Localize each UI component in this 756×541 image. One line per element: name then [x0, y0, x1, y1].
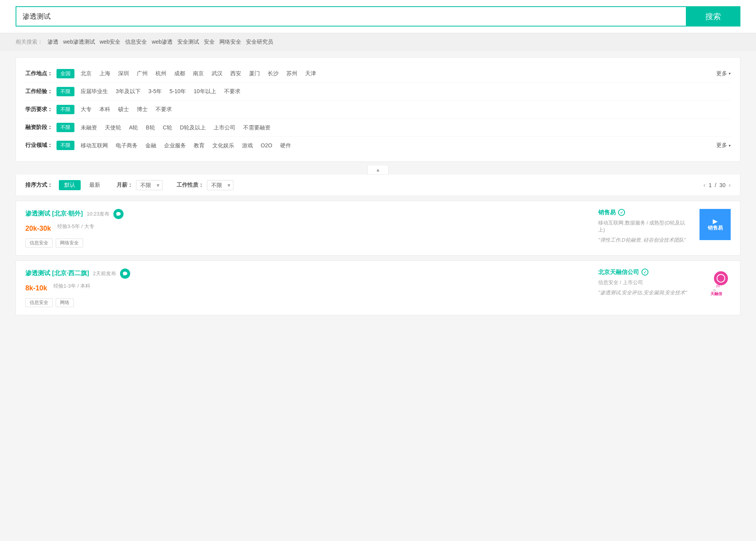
job-meta-1: 经验1-3年 / 本科: [53, 283, 90, 290]
job-meta-0: 经验3-5年 / 大专: [57, 223, 94, 230]
company-name-1[interactable]: 北京天融信公司 ✓: [598, 269, 692, 276]
related-link-4[interactable]: web渗透: [152, 39, 173, 46]
search-input[interactable]: [23, 12, 680, 21]
filter-loc-8[interactable]: 西安: [230, 69, 241, 78]
filter-ind-3[interactable]: 企业服务: [164, 141, 186, 150]
filter-location-more[interactable]: 更多 ▾: [716, 70, 731, 77]
filter-location-tags: 北京 上海 深圳 广州 杭州 成都 南京 武汉 西安 厦门 长沙 苏州 天津: [81, 69, 324, 78]
filter-edu-3[interactable]: 博士: [137, 104, 148, 114]
filter-edu-2[interactable]: 硕士: [118, 104, 129, 114]
related-link-6[interactable]: 安全: [204, 39, 215, 46]
filter-loc-7[interactable]: 武汉: [212, 69, 223, 78]
page-current: 1: [708, 182, 712, 188]
logo-tianrongxin-svg: 天融信 20 th: [699, 269, 731, 300]
related-link-8[interactable]: 安全研究员: [246, 39, 273, 46]
filter-location-label: 工作地点：: [25, 70, 57, 77]
related-search: 相关搜索： 渗透 web渗透测试 web安全 信息安全 web渗透 安全测试 安…: [0, 33, 756, 51]
filter-ind-7[interactable]: O2O: [261, 141, 272, 150]
job-tag-0-0[interactable]: 信息安全: [25, 239, 53, 248]
filter-ind-4[interactable]: 教育: [194, 141, 205, 150]
filter-loc-6[interactable]: 南京: [193, 69, 204, 78]
filter-fund-4[interactable]: C轮: [163, 123, 172, 133]
industry-more-label: 更多: [716, 142, 727, 149]
related-link-0[interactable]: 渗透: [48, 39, 58, 46]
filter-edu-1[interactable]: 本科: [99, 104, 110, 114]
related-link-1[interactable]: web渗透测试: [63, 39, 95, 46]
page-total: 30: [719, 182, 726, 188]
jobtype-select-wrap: 不限: [207, 180, 233, 190]
chat-icon-1[interactable]: [120, 269, 130, 279]
filter-industry-row: 行业领域： 不限 移动互联网 电子商务 金融 企业服务 教育 文化娱乐 游戏 O…: [25, 137, 731, 154]
filter-loc-5[interactable]: 成都: [174, 69, 185, 78]
filter-loc-3[interactable]: 广州: [137, 69, 148, 78]
filter-fund-1[interactable]: 天使轮: [105, 123, 121, 133]
filter-education-active[interactable]: 不限: [57, 105, 74, 114]
job-title-1[interactable]: 渗透测试 [北京·西二旗]: [25, 269, 89, 278]
filter-loc-2[interactable]: 深圳: [118, 69, 129, 78]
filter-ind-6[interactable]: 游戏: [242, 141, 253, 150]
filter-exp-4[interactable]: 10年以上: [194, 87, 216, 96]
filter-exp-5[interactable]: 不要求: [224, 87, 240, 96]
filter-funding-label: 融资阶段：: [25, 124, 57, 131]
collapse-button[interactable]: ▲: [367, 166, 389, 175]
filter-ind-8[interactable]: 硬件: [280, 141, 291, 150]
filter-industry-active[interactable]: 不限: [57, 141, 74, 150]
page-next-button[interactable]: ›: [729, 182, 731, 189]
filter-fund-0[interactable]: 未融资: [81, 123, 97, 133]
filter-ind-5[interactable]: 文化娱乐: [212, 141, 234, 150]
company-info-0: 销售易 ✓ 移动互联网,数据服务 / 成熟型(D轮及以上) "弹性工作,D轮融资…: [598, 209, 692, 244]
salary-select[interactable]: 不限: [136, 180, 163, 190]
job-title-0[interactable]: 渗透测试 [北京·朝外]: [25, 210, 83, 218]
filter-ind-0[interactable]: 移动互联网: [81, 141, 108, 150]
filter-loc-1[interactable]: 上海: [99, 69, 110, 78]
filter-exp-3[interactable]: 5-10年: [170, 87, 186, 96]
filter-ind-1[interactable]: 电子商务: [116, 141, 138, 150]
company-name-0[interactable]: 销售易 ✓: [598, 209, 692, 216]
related-link-7[interactable]: 网络安全: [219, 39, 241, 46]
filter-loc-11[interactable]: 苏州: [286, 69, 297, 78]
filter-loc-9[interactable]: 厦门: [249, 69, 260, 78]
company-meta-0: 移动互联网,数据服务 / 成熟型(D轮及以上): [598, 219, 692, 233]
filter-fund-7[interactable]: 不需要融资: [243, 123, 270, 133]
filter-exp-0[interactable]: 应届毕业生: [81, 87, 108, 96]
filter-loc-0[interactable]: 北京: [81, 69, 92, 78]
logo-salesy: ▶ 销售易: [699, 209, 731, 240]
chat-icon-0[interactable]: [113, 209, 124, 219]
page-prev-button[interactable]: ‹: [703, 182, 705, 189]
filter-fund-6[interactable]: 上市公司: [214, 123, 235, 133]
filter-loc-10[interactable]: 长沙: [268, 69, 279, 78]
job-tag-1-0[interactable]: 信息安全: [25, 298, 53, 307]
filter-experience-active[interactable]: 不限: [57, 87, 74, 96]
jobtype-select[interactable]: 不限: [207, 180, 233, 190]
filter-exp-1[interactable]: 3年及以下: [116, 87, 141, 96]
filter-fund-5[interactable]: D轮及以上: [180, 123, 206, 133]
svg-text:天融信: 天融信: [710, 292, 722, 296]
filter-location-active[interactable]: 全国: [57, 69, 74, 78]
filter-fund-3[interactable]: B轮: [146, 123, 155, 133]
search-button[interactable]: 搜索: [686, 6, 740, 27]
filter-funding-active[interactable]: 不限: [57, 123, 74, 132]
related-link-2[interactable]: web安全: [100, 39, 121, 46]
filter-ind-2[interactable]: 金融: [145, 141, 156, 150]
filter-edu-0[interactable]: 大专: [81, 104, 92, 114]
filter-fund-2[interactable]: A轮: [129, 123, 138, 133]
job-salary-1: 8k-10k: [25, 284, 47, 292]
filter-edu-4[interactable]: 不要求: [155, 104, 172, 114]
filter-loc-4[interactable]: 杭州: [155, 69, 166, 78]
filter-loc-12[interactable]: 天津: [305, 69, 316, 78]
job-left-1: 渗透测试 [北京·西二旗] 2天前发布 8k-10k 经验1-3年 / 本科 信…: [25, 269, 598, 307]
related-link-3[interactable]: 信息安全: [125, 39, 147, 46]
filter-industry-more[interactable]: 更多 ▾: [716, 142, 731, 149]
related-link-5[interactable]: 安全测试: [177, 39, 199, 46]
sort-newest-button[interactable]: 最新: [87, 180, 102, 190]
job-right-0: 销售易 ✓ 移动互联网,数据服务 / 成熟型(D轮及以上) "弹性工作,D轮融资…: [598, 209, 731, 248]
logo-text-0: 销售易: [708, 225, 723, 231]
sort-default-button[interactable]: 默认: [59, 180, 81, 190]
job-tag-1-1[interactable]: 网络: [56, 298, 74, 307]
search-input-wrap: [16, 6, 686, 27]
job-right-1: 北京天融信公司 ✓ 信息安全 / 上市公司 "渗透测试,安全评估,安全漏洞,安全…: [598, 269, 731, 307]
pagination: ‹ 1 / 30 ›: [703, 182, 731, 189]
filter-education-tags: 大专 本科 硕士 博士 不要求: [81, 104, 180, 114]
filter-exp-2[interactable]: 3-5年: [148, 87, 162, 96]
job-tag-0-1[interactable]: 网络安全: [56, 239, 83, 248]
